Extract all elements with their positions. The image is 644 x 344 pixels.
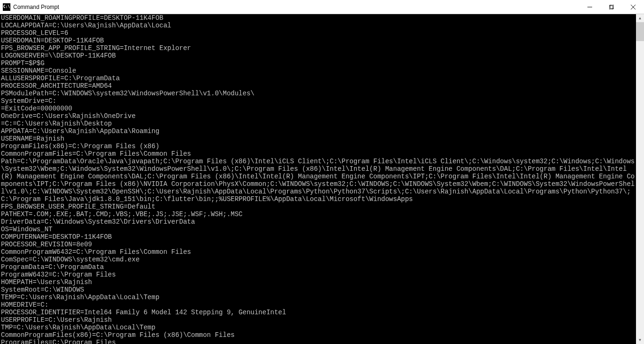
env-line: USERPROFILE=C:\Users\Rajnish: [1, 316, 635, 324]
svg-rect-2: [610, 5, 614, 8]
env-line: USERDOMAIN_ROAMINGPROFILE=DESKTOP-11K4FO…: [1, 14, 635, 22]
env-line: FPS_BROWSER_APP_PROFILE_STRING=Internet …: [1, 44, 635, 52]
window-titlebar[interactable]: C:\ Command Prompt: [0, 0, 644, 14]
cmd-app-icon: C:\: [3, 3, 10, 11]
env-line: CommonProgramW6432=C:\Program Files\Comm…: [1, 248, 635, 256]
env-line: PROCESSOR_ARCHITECTURE=AMD64: [1, 82, 635, 90]
env-line: CommonProgramFiles=C:\Program Files\Comm…: [1, 150, 635, 158]
env-line: Path=C:\ProgramData\Oracle\Java\javapath…: [1, 158, 635, 203]
minimize-icon: [587, 5, 592, 9]
env-line: TMP=C:\Users\Rajnish\AppData\Local\Temp: [1, 324, 635, 331]
env-line: PROCESSOR_LEVEL=6: [1, 29, 635, 37]
env-line: PATHEXT=.COM;.EXE;.BAT;.CMD;.VBS;.VBE;.J…: [1, 210, 635, 218]
env-line: APPDATA=C:\Users\Rajnish\AppData\Roaming: [1, 127, 635, 135]
env-line: USERDOMAIN=DESKTOP-11K4FOB: [1, 37, 635, 44]
env-line: FPS_BROWSER_USER_PROFILE_STRING=Default: [1, 203, 635, 210]
scroll-down-arrow-icon[interactable]: ▼: [636, 336, 644, 344]
maximize-icon: [609, 5, 614, 9]
env-line: TEMP=C:\Users\Rajnish\AppData\Local\Temp: [1, 294, 635, 301]
env-line: CommonProgramFiles(x86)=C:\Program Files…: [1, 331, 635, 339]
env-line: ProgramFiles=C:\Program Files: [1, 339, 635, 344]
scroll-up-arrow-icon[interactable]: ▲: [636, 14, 644, 22]
env-line: PSModulePath=C:\WINDOWS\system32\Windows…: [1, 90, 635, 97]
env-line: PROMPT=$P$G: [1, 59, 635, 67]
scroll-thumb[interactable]: [636, 22, 644, 41]
env-line: LOGONSERVER=\\DESKTOP-11K4FOB: [1, 52, 635, 59]
env-line: OneDrive=C:\Users\Rajnish\OneDrive: [1, 112, 635, 120]
env-line: OS=Windows_NT: [1, 226, 635, 233]
env-line: PROCESSOR_IDENTIFIER=Intel64 Family 6 Mo…: [1, 309, 635, 316]
svg-rect-1: [609, 6, 613, 9]
env-line: =C:=C:\Users\Rajnish\Desktop: [1, 120, 635, 127]
close-icon: [631, 5, 636, 9]
env-line: ALLUSERSPROFILE=C:\ProgramData: [1, 75, 635, 82]
close-button[interactable]: [622, 0, 644, 14]
titlebar-controls: [579, 0, 644, 14]
env-line: SystemRoot=C:\WINDOWS: [1, 286, 635, 294]
window-title: Command Prompt: [13, 4, 59, 10]
maximize-button[interactable]: [601, 0, 622, 14]
env-line: PROCESSOR_REVISION=8e09: [1, 241, 635, 248]
env-line: LOCALAPPDATA=C:\Users\Rajnish\AppData\Lo…: [1, 22, 635, 29]
minimize-button[interactable]: [579, 0, 601, 14]
env-line: =ExitCode=00000000: [1, 105, 635, 112]
env-line: SystemDrive=C:: [1, 97, 635, 105]
env-line: ProgramFiles(x86)=C:\Program Files (x86): [1, 143, 635, 150]
terminal-output[interactable]: USERDOMAIN_ROAMINGPROFILE=DESKTOP-11K4FO…: [0, 14, 636, 344]
env-line: ProgramW6432=C:\Program Files: [1, 271, 635, 278]
titlebar-left: C:\ Command Prompt: [0, 3, 59, 11]
env-line: USERNAME=Rajnish: [1, 135, 635, 143]
vertical-scrollbar[interactable]: ▲ ▼: [636, 14, 644, 344]
env-line: SESSIONNAME=Console: [1, 67, 635, 75]
env-line: ProgramData=C:\ProgramData: [1, 263, 635, 271]
terminal-container: USERDOMAIN_ROAMINGPROFILE=DESKTOP-11K4FO…: [0, 14, 644, 344]
env-line: HOMEDRIVE=C:: [1, 301, 635, 309]
env-line: DriverData=C:\Windows\System32\Drivers\D…: [1, 218, 635, 226]
env-line: COMPUTERNAME=DESKTOP-11K4FOB: [1, 233, 635, 241]
env-line: ComSpec=C:\WINDOWS\system32\cmd.exe: [1, 256, 635, 263]
env-line: HOMEPATH=\Users\Rajnish: [1, 278, 635, 286]
